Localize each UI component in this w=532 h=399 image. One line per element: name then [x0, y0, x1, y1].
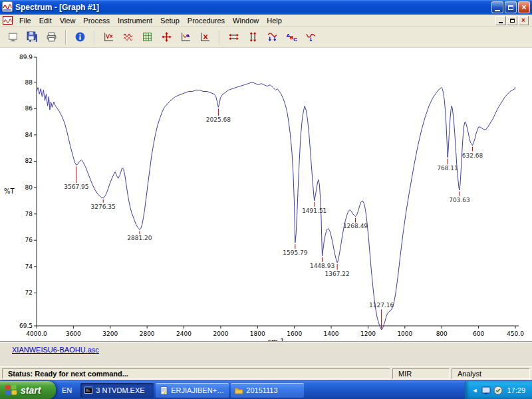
menu-item-help[interactable]: Help [263, 15, 286, 26]
close-icon: × [521, 17, 525, 24]
menu-item-setup[interactable]: Setup [156, 15, 184, 26]
x-tick-label: 450.0 [507, 331, 524, 337]
restore-button[interactable] [507, 16, 517, 25]
new-window-button[interactable] [4, 28, 22, 46]
abc-icon: ABC [286, 31, 297, 43]
close-icon: × [521, 3, 526, 11]
peak-label: 2025.68 [206, 116, 231, 123]
y-tick-label: 82 [25, 158, 33, 164]
x-tick-label: 2400 [176, 331, 192, 337]
spectrum-chart[interactable]: 89.988868482807876747269.54000.036003200… [0, 48, 532, 341]
windows-logo-icon [5, 384, 17, 396]
start-button[interactable]: start [0, 381, 56, 399]
pan-button[interactable] [158, 28, 176, 46]
x-tick-label: 800 [436, 331, 448, 337]
status-user: Analyst [452, 368, 530, 379]
app-icon [2, 1, 13, 13]
full-range-button[interactable] [138, 28, 156, 46]
save-button[interactable] [23, 28, 41, 46]
autoscale-icon [267, 31, 278, 43]
start-label: start [21, 385, 41, 396]
close-button[interactable]: × [518, 16, 529, 25]
text-label-button[interactable]: ABC [283, 28, 301, 46]
peak-label: 3567.95 [64, 184, 88, 190]
menu-item-window[interactable]: Window [229, 15, 263, 26]
taskbar-button[interactable]: 3 NTVDM.EXE [80, 383, 154, 398]
x-tick-label: 2000 [213, 331, 228, 337]
taskbar-clock[interactable]: 17:29 [507, 386, 525, 394]
tray-icon-2[interactable] [493, 386, 503, 395]
expand-x-icon [228, 31, 239, 43]
expand-y-button[interactable] [244, 28, 262, 46]
close-button[interactable]: × [518, 1, 530, 13]
info-icon [74, 31, 86, 43]
grid-expand-icon [142, 31, 153, 43]
language-indicator[interactable]: EN [56, 381, 78, 399]
peak-label: 1491.51 [302, 207, 327, 214]
x-tick-label: 1000 [397, 331, 412, 337]
restore-button[interactable] [505, 1, 517, 13]
save-icon [27, 31, 38, 43]
spectrum-plot: 89.988868482807876747269.54000.036003200… [0, 48, 532, 341]
x-tick-label: 4000.0 [26, 331, 47, 337]
waves-icon [122, 31, 134, 43]
menu-item-edit[interactable]: Edit [35, 15, 56, 26]
mdi-window-controls: × [495, 16, 531, 25]
graph-marks-icon [103, 31, 114, 43]
move-icon [161, 31, 172, 43]
menu-item-view[interactable]: View [56, 15, 80, 26]
status-message: Status: Ready for next command... [2, 368, 390, 379]
minimize-icon [495, 10, 500, 11]
menu-item-instrument[interactable]: Instrument [114, 15, 156, 26]
x-tick-label: 3200 [102, 331, 118, 337]
peak-label: 3276.35 [91, 203, 116, 210]
peak-label: 703.63 [449, 197, 470, 203]
x-tick-label: 1800 [250, 331, 265, 337]
autoscale-button[interactable] [263, 28, 281, 46]
graph-window-icon [3, 16, 13, 25]
x-tick-label: 1200 [360, 331, 376, 337]
status-mode: MIR [392, 368, 450, 379]
taskbar-button[interactable]: 20151113 [231, 383, 304, 398]
peak-label-button[interactable] [302, 28, 320, 46]
monitor-icon [7, 31, 19, 43]
y-tick-label: 88 [25, 79, 33, 86]
taskbar-button[interactable]: ERJIAJIBEN+DUIXIU... [156, 383, 229, 398]
svg-text:C: C [293, 37, 297, 43]
peak-label: 1367.22 [325, 271, 350, 277]
x-tick-label: 1400 [324, 331, 339, 337]
toolbar-separator [94, 30, 95, 45]
menu-item-process[interactable]: Process [79, 15, 114, 26]
y-tick-label: 80 [25, 184, 33, 191]
tray-collapse-icon[interactable]: ◄ [472, 387, 478, 394]
info-button[interactable] [71, 28, 89, 46]
open-file-link[interactable]: XIANWEISU6-BAOHU.asc [12, 346, 99, 354]
x-tick-label: 600 [473, 331, 484, 337]
msdos-icon [84, 386, 93, 395]
taskbar: start EN 3 NTVDM.EXEERJIAJIBEN+DUIXIU...… [0, 380, 532, 399]
folder-icon [234, 386, 243, 395]
menu-bar: FileEditViewProcessInstrumentSetupProced… [0, 15, 532, 27]
restore-icon [508, 5, 513, 10]
title-bar: Spectrum - [Graph #1] × [0, 0, 532, 15]
document-icon [159, 386, 168, 395]
y-tick-label: 78 [25, 211, 33, 217]
tray-icon-1[interactable] [481, 386, 491, 395]
y-tick-label: 86 [25, 105, 33, 112]
overlay-spectra-button[interactable] [119, 28, 137, 46]
minimize-button[interactable] [491, 1, 503, 13]
peak-label: 1127.16 [369, 302, 394, 309]
annotate-button[interactable]: a [177, 28, 195, 46]
vertical-cursor-button[interactable] [100, 28, 118, 46]
tray-icons [481, 386, 503, 395]
menu-item-procedures[interactable]: Procedures [184, 15, 229, 26]
taskbar-button-label: ERJIAJIBEN+DUIXIU... [171, 386, 225, 394]
task-buttons: 3 NTVDM.EXEERJIAJIBEN+DUIXIU...20151113 [78, 381, 304, 399]
print-button[interactable] [43, 28, 61, 46]
x-tick-label: 3600 [66, 331, 81, 337]
y-tick-label: 84 [25, 132, 33, 138]
menu-item-file[interactable]: File [15, 15, 35, 26]
expand-x-button[interactable] [225, 28, 243, 46]
minimize-button[interactable] [495, 16, 506, 25]
clear-region-button[interactable] [196, 28, 214, 46]
